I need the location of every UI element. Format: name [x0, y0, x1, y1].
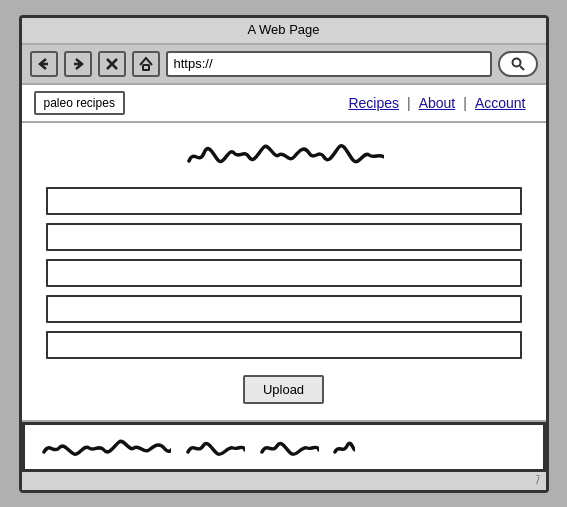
- footer-squiggle-2: [185, 436, 245, 458]
- bookmark-tag[interactable]: paleo recipes: [34, 91, 125, 115]
- nav-link-account[interactable]: Account: [467, 95, 534, 111]
- status-bar: ⧶: [22, 472, 546, 490]
- toolbar: [22, 45, 546, 85]
- page-heading-squiggle: [184, 139, 384, 173]
- footer-squiggle-3: [259, 436, 319, 458]
- corner-icon: ⧶: [536, 474, 540, 487]
- form-field-1[interactable]: [46, 187, 522, 215]
- stop-button[interactable]: [98, 51, 126, 77]
- form-field-2[interactable]: [46, 223, 522, 251]
- page-title-area: [46, 139, 522, 173]
- home-button[interactable]: [132, 51, 160, 77]
- search-button[interactable]: [498, 51, 538, 77]
- address-input[interactable]: [166, 51, 492, 77]
- svg-point-5: [512, 58, 520, 66]
- form-field-5[interactable]: [46, 331, 522, 359]
- back-button[interactable]: [30, 51, 58, 77]
- title-bar: A Web Page: [22, 18, 546, 45]
- nav-link-recipes[interactable]: Recipes: [340, 95, 407, 111]
- upload-btn-area: Upload: [46, 375, 522, 404]
- footer-squiggles: [41, 436, 355, 458]
- nav-links: Recipes | About | Account: [340, 95, 533, 111]
- upload-button[interactable]: Upload: [243, 375, 324, 404]
- svg-rect-4: [143, 65, 149, 70]
- nav-link-about[interactable]: About: [411, 95, 464, 111]
- page-title: A Web Page: [247, 22, 319, 37]
- form-field-3[interactable]: [46, 259, 522, 287]
- footer-squiggle-4: [333, 436, 355, 458]
- form-fields: [46, 187, 522, 359]
- nav-bar: paleo recipes Recipes | About | Account: [22, 85, 546, 123]
- footer-squiggle-1: [41, 436, 171, 458]
- footer-bar: [22, 422, 546, 472]
- page-content: Upload: [22, 123, 546, 422]
- svg-line-6: [520, 66, 524, 70]
- forward-button[interactable]: [64, 51, 92, 77]
- form-field-4[interactable]: [46, 295, 522, 323]
